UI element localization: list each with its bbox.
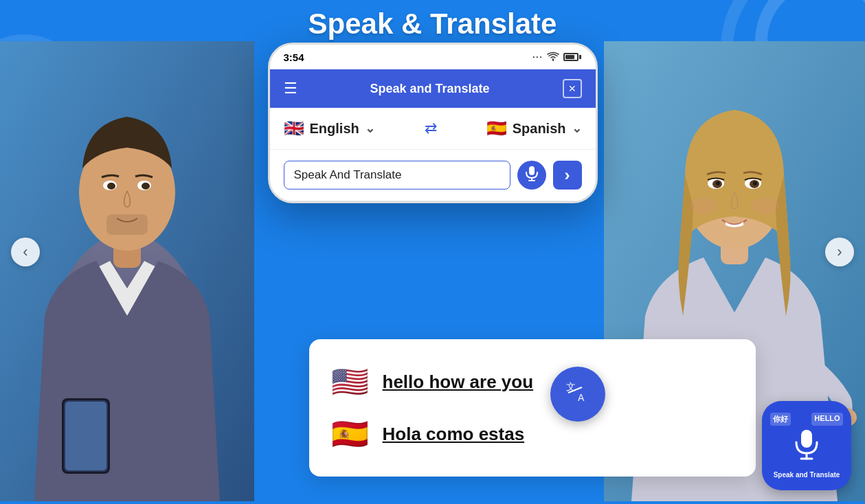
- source-result-flag: 🇺🇸: [331, 364, 369, 400]
- source-language-chevron: ⌄: [365, 121, 375, 136]
- app-bar: ☰ Speak and Translate ✕: [270, 69, 596, 108]
- microphone-button[interactable]: [517, 161, 546, 190]
- source-flag: 🇬🇧: [284, 119, 304, 138]
- nav-arrow-right[interactable]: ›: [825, 238, 854, 266]
- status-icons: ···: [532, 51, 581, 63]
- translate-fab-button[interactable]: 文 A: [550, 367, 605, 422]
- target-language-button[interactable]: 🇪🇸 Spanish ⌄: [486, 119, 582, 138]
- wifi-icon: [547, 51, 559, 63]
- main-title: Speak & Translate: [308, 8, 557, 41]
- microphone-icon: [526, 166, 538, 185]
- svg-point-6: [107, 183, 115, 190]
- svg-point-21: [690, 198, 717, 214]
- target-flag: 🇪🇸: [486, 119, 507, 138]
- svg-text:A: A: [578, 392, 585, 403]
- swap-languages-button[interactable]: ⇄: [425, 119, 437, 137]
- svg-rect-30: [801, 430, 812, 448]
- svg-point-19: [716, 181, 720, 185]
- source-translation-row: 🇺🇸 hello how are you: [331, 358, 734, 405]
- source-language-label: English: [310, 121, 359, 137]
- source-language-button[interactable]: 🇬🇧 English ⌄: [284, 119, 375, 138]
- phone-frame: 3:54 ··· ☰ Speak and T: [268, 43, 598, 203]
- right-arrow-icon: ›: [837, 243, 842, 261]
- translation-input[interactable]: [284, 161, 510, 190]
- svg-rect-8: [106, 214, 148, 235]
- source-result-text: hello how are you: [383, 371, 534, 393]
- close-square-button[interactable]: ✕: [563, 79, 582, 98]
- app-icon-mic-icon: [794, 430, 820, 468]
- arrow-right-icon: ›: [565, 165, 570, 185]
- left-arrow-icon: ‹: [23, 243, 27, 261]
- app-icon-chinese-label: 你好: [770, 413, 791, 426]
- app-icon-inner: 你好 HELLO Speak and Translate: [763, 406, 849, 486]
- svg-point-20: [753, 181, 757, 185]
- target-translation-row: 🇪🇸 Hola como estas: [331, 411, 734, 457]
- target-language-chevron: ⌄: [572, 121, 582, 136]
- nav-arrow-left[interactable]: ‹: [11, 238, 40, 266]
- target-language-label: Spanish: [513, 121, 566, 137]
- app-icon-title: Speak and Translate: [774, 471, 840, 479]
- app-icon-english-label: HELLO: [811, 413, 842, 426]
- svg-point-22: [752, 198, 779, 214]
- person-left-image: [0, 41, 254, 501]
- translate-fab-icon: 文 A: [563, 376, 593, 413]
- svg-point-7: [142, 183, 150, 190]
- close-icon: ✕: [568, 83, 576, 94]
- dots-icon: ···: [532, 53, 543, 61]
- phone-mockup: 3:54 ··· ☰ Speak and T: [268, 43, 598, 203]
- translation-input-area: ›: [270, 150, 596, 201]
- svg-rect-11: [65, 402, 106, 470]
- phone-notch: [377, 45, 460, 58]
- app-icon-lang-labels: 你好 HELLO: [770, 413, 842, 426]
- translation-result-card: 🇺🇸 hello how are you 🇪🇸 Hola como estas: [309, 339, 756, 477]
- target-result-text: Hola como estas: [383, 424, 525, 445]
- hamburger-icon[interactable]: ☰: [284, 80, 297, 98]
- language-selector: 🇬🇧 English ⌄ ⇄ 🇪🇸 Spanish ⌄: [270, 108, 596, 150]
- target-result-flag: 🇪🇸: [331, 416, 369, 452]
- battery-icon: [563, 53, 581, 61]
- status-time: 3:54: [284, 51, 304, 63]
- svg-rect-24: [529, 166, 535, 175]
- app-store-icon[interactable]: 你好 HELLO Speak and Translate: [762, 401, 851, 490]
- app-bar-title: Speak and Translate: [297, 82, 563, 96]
- main-title-container: Speak & Translate: [0, 0, 865, 48]
- phone-statusbar: 3:54 ···: [270, 45, 596, 69]
- translate-button[interactable]: ›: [553, 161, 582, 190]
